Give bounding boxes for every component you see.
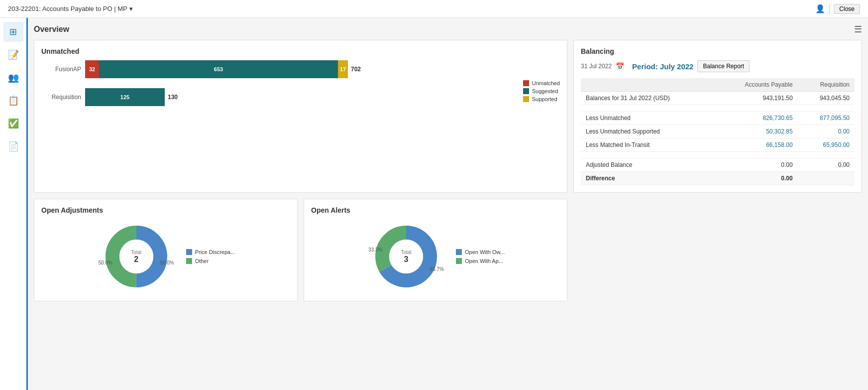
donut-pct-right-alerts: 66.7% — [430, 266, 444, 272]
bar-yellow-fusionap: 17 — [338, 60, 348, 78]
sidebar-item-checklist[interactable]: ✅ — [3, 114, 23, 133]
table-row: Balances for 31 Jul 2022 (USD) 943,191.5… — [581, 92, 855, 105]
row-label-less-unmatched: Less Unmatched — [581, 112, 715, 125]
dropdown-icon[interactable]: ▾ — [129, 5, 133, 12]
row-req-difference — [798, 172, 855, 185]
legend-dot-supported — [523, 96, 529, 102]
spacer-right — [573, 199, 862, 301]
row-ap-less-unmatched-supported: 50,302.85 — [715, 125, 798, 138]
unmatched-title: Unmatched — [41, 47, 560, 55]
legend-dot-price — [186, 249, 192, 255]
sidebar-item-overview[interactable]: ⊞ — [3, 22, 23, 42]
legend-dot-other — [186, 258, 192, 264]
donut-alerts-wrapper: Total 3 33.3% 66.7% — [366, 224, 446, 289]
sidebar-item-report[interactable]: 📄 — [3, 136, 23, 156]
table-row — [581, 152, 855, 158]
section-header: Overview ☰ — [34, 24, 862, 35]
topbar: 203-22201: Accounts Payable to PO | MP ▾… — [0, 0, 868, 18]
donut-adjustments-legend: Price Discrepa... Other — [186, 249, 235, 264]
col-header-empty — [581, 78, 715, 92]
overview-title: Overview — [34, 25, 69, 34]
bar-label-fusionap: FusionAP — [41, 66, 81, 73]
open-adjustments-card: Open Adjustments Total — [34, 199, 298, 301]
open-alerts-title: Open Alerts — [311, 206, 560, 214]
row-req-adjusted-balance: 0.00 — [798, 158, 855, 172]
list-icon: 📋 — [8, 95, 19, 106]
bar-total-fusionap: 702 — [351, 66, 361, 73]
user-icon[interactable]: 👤 — [815, 4, 825, 13]
bar-container-fusionap: 32 653 17 702 — [85, 60, 518, 78]
donut-pct-left-adj: 50.0% — [99, 260, 112, 265]
sidebar-item-reconcile[interactable]: 📝 — [3, 45, 23, 65]
table-row: Less Matched In-Transit 66,158.00 65,950… — [581, 138, 855, 152]
balance-report-button[interactable]: Balance Report — [697, 60, 750, 72]
row-ap-adjusted-balance: 0.00 — [715, 158, 798, 172]
open-adjustments-chart: Total 2 50.0% 50.0% Price Discrepa... — [41, 219, 290, 294]
donut-alerts-total-value: 3 — [401, 255, 411, 264]
main-layout: ⊞ 📝 👥 📋 ✅ 📄 Overview ☰ Unmatched — [0, 18, 868, 390]
legend-dot-unmatched — [523, 80, 529, 86]
table-row: Less Unmatched 826,730.65 877,095.50 — [581, 112, 855, 125]
donut-adjustments-wrapper: Total 2 50.0% 50.0% — [97, 224, 176, 289]
top-grid: Unmatched FusionAP 32 653 17 702 — [34, 40, 862, 193]
legend-open-with-approver: Open With Ap... — [456, 258, 505, 264]
users-icon: 👥 — [8, 72, 19, 83]
row-ap-balances: 943,191.50 — [715, 92, 798, 105]
unmatched-chart-layout: FusionAP 32 653 17 702 Requisition — [41, 60, 560, 116]
topbar-title-text: 203-22201: Accounts Payable to PO | MP — [8, 5, 127, 12]
donut-total-value: 2 — [131, 255, 141, 264]
open-alerts-card: Open Alerts Total — [304, 199, 567, 301]
balancing-date: 31 Jul 2022 — [581, 63, 612, 70]
bar-teal-requisition: 125 — [85, 88, 165, 106]
row-req-less-unmatched: 877,095.50 — [798, 112, 855, 125]
sidebar: ⊞ 📝 👥 📋 ✅ 📄 — [0, 18, 28, 390]
balancing-period: Period: July 2022 — [632, 62, 693, 71]
row-label-difference: Difference — [581, 172, 715, 185]
open-adjustments-title: Open Adjustments — [41, 206, 290, 214]
row-ap-less-matched-intransit: 66,158.00 — [715, 138, 798, 152]
donut-pct-right-adj: 50.0% — [160, 260, 174, 265]
legend-label-supported: Supported — [532, 96, 557, 102]
unmatched-card: Unmatched FusionAP 32 653 17 702 — [34, 40, 567, 193]
open-alerts-chart: Total 3 33.3% 66.7% Open With Ow... — [311, 219, 560, 294]
donut-pct-left-alerts: 33.3% — [368, 247, 382, 253]
legend-label-open-approver: Open With Ap... — [465, 258, 503, 264]
bar-label-requisition: Requisition — [41, 94, 81, 101]
table-row-difference: Difference 0.00 — [581, 172, 855, 185]
sidebar-item-list[interactable]: 📋 — [3, 91, 23, 111]
topbar-title: 203-22201: Accounts Payable to PO | MP ▾ — [8, 5, 133, 12]
legend-dot-suggested — [523, 88, 529, 94]
close-button[interactable]: Close — [834, 4, 860, 14]
divider — [829, 4, 830, 14]
legend-label-unmatched: Unmatched — [532, 80, 560, 86]
content: Overview ☰ Unmatched FusionAP 32 653 — [28, 18, 868, 390]
legend-unmatched: Unmatched — [523, 80, 560, 86]
bar-total-requisition: 130 — [168, 94, 178, 101]
legend-label-other: Other — [195, 258, 209, 264]
legend-label-suggested: Suggested — [532, 88, 558, 94]
calendar-icon[interactable]: 📅 — [616, 62, 624, 70]
balancing-date-row: 31 Jul 2022 📅 Period: July 2022 Balance … — [581, 60, 855, 72]
reconcile-icon: 📝 — [8, 49, 19, 60]
balancing-card: Balancing 31 Jul 2022 📅 Period: July 202… — [573, 40, 862, 193]
balancing-table: Accounts Payable Requisition Balances fo… — [581, 78, 855, 185]
row-ap-less-unmatched: 826,730.65 — [715, 112, 798, 125]
legend-suggested: Suggested — [523, 88, 560, 94]
row-label-less-unmatched-supported: Less Unmatched Supported — [581, 125, 715, 138]
donut-alerts-legend: Open With Ow... Open With Ap... — [456, 249, 505, 264]
row-req-less-matched-intransit: 65,950.00 — [798, 138, 855, 152]
col-header-req: Requisition — [798, 78, 855, 92]
checklist-icon: ✅ — [8, 118, 19, 129]
legend-supported: Supported — [523, 96, 560, 102]
bar-red-fusionap: 32 — [85, 60, 99, 78]
bar-row-requisition: Requisition 125 130 — [41, 88, 518, 106]
legend-price-discrepa: Price Discrepa... — [186, 249, 235, 255]
balancing-title: Balancing — [581, 47, 855, 55]
row-label-adjusted-balance: Adjusted Balance — [581, 158, 715, 172]
table-row: Adjusted Balance 0.00 0.00 — [581, 158, 855, 172]
legend-label-open-owner: Open With Ow... — [465, 249, 505, 255]
donut-alerts-total-label: Total — [401, 250, 411, 255]
menu-icon[interactable]: ☰ — [854, 24, 862, 35]
row-label-less-matched-intransit: Less Matched In-Transit — [581, 138, 715, 152]
sidebar-item-users[interactable]: 👥 — [3, 68, 23, 88]
